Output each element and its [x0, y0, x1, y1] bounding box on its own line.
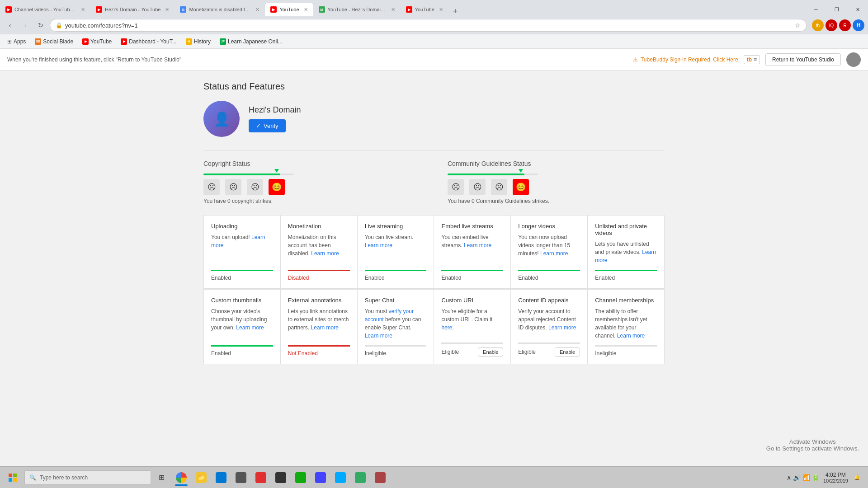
feature-superchat-title: Super Chat [365, 297, 427, 304]
bookmark-youtube[interactable]: ▶ YouTube [79, 38, 115, 46]
feature-uploading-status: Enabled [211, 270, 273, 281]
community-strike-active: 😊 [513, 179, 529, 195]
feature-thumbnails-title: Custom thumbnails [211, 297, 273, 304]
custom-url-enable-button[interactable]: Enable [478, 347, 503, 357]
community-strike-text: You have 0 Community Guidelines strikes. [448, 198, 665, 204]
community-strike-icons: ☹ ☹ ☹ 😊 [448, 179, 665, 195]
tubebuddy-menu[interactable]: tb ≡ [744, 55, 760, 64]
bookmark-japanese[interactable]: JP Learn Japanese Onli... [216, 38, 286, 46]
feature-uploading-title: Uploading [211, 223, 273, 230]
tab-youtube-6[interactable]: ▶ YouTube ✕ [401, 3, 448, 16]
tab-yt-domain-google[interactable]: M YouTube - Hezi's Domain - Goo... ✕ [313, 3, 401, 16]
uploading-learn-more[interactable]: Learn more [211, 234, 265, 249]
feature-annotations-title: External annotations [288, 297, 350, 304]
feature-live-streaming: Live streaming You can live stream. Lear… [358, 216, 434, 288]
memberships-learn-more[interactable]: Learn more [617, 333, 645, 339]
bookmarks-bar: ⊞ Apps SB Social Blade ▶ YouTube ▶ Dashb… [0, 34, 868, 49]
feature-uploading-desc: You can upload! Learn more [211, 233, 273, 264]
unlisted-private-learn-more[interactable]: Learn more [595, 249, 656, 263]
tubebuddy-alert[interactable]: ⚠ TubeBuddy Sign-in Required, Click Here [633, 56, 738, 63]
top-bar-right: ⚠ TubeBuddy Sign-in Required, Click Here… [633, 52, 861, 67]
main-content: Status and Features 👤 Hezi's Domain ✓ Ve… [194, 70, 674, 375]
monetization-learn-more[interactable]: Learn more [311, 250, 339, 257]
ext-icon-1[interactable]: tb [812, 19, 824, 31]
feature-unlisted-private-status: Enabled [595, 270, 657, 281]
minimize-button[interactable]: ─ [806, 3, 826, 16]
ext-icon-3[interactable]: R [839, 19, 851, 31]
feature-monetization-desc: Monetization on this account has been di… [288, 233, 350, 264]
bookmark-dashboard[interactable]: ▶ Dashboard - YouT... [117, 38, 180, 46]
feature-custom-url: Custom URL You're eligible for a custom … [434, 290, 510, 364]
copyright-status-block: Copyright Status ☹ ☹ ☹ 😊 You [203, 160, 420, 204]
tubebuddy-menu-icon: ≡ [754, 56, 757, 63]
lock-icon: 🔒 [56, 22, 62, 28]
page-title: Status and Features [203, 81, 665, 92]
community-meter [448, 174, 665, 175]
bookmark-socialblade[interactable]: SB Social Blade [31, 38, 77, 46]
tubebuddy-logo: tb [747, 56, 752, 63]
tab-close-1[interactable]: ✕ [81, 7, 85, 13]
tubebuddy-text: TubeBuddy Sign-in Required, Click Here [641, 56, 738, 63]
feature-thumbnails-status: Enabled [211, 345, 273, 357]
copyright-strike-2: ☹ [225, 179, 241, 195]
community-progress-fill [448, 174, 524, 175]
feature-unlisted-private-title: Unlisted and private videos [595, 223, 657, 236]
features-grid-row2: Custom thumbnails Choose your video's th… [203, 289, 665, 364]
longer-videos-learn-more[interactable]: Learn more [540, 250, 568, 257]
return-to-studio-button[interactable]: Return to YouTube Studio [765, 53, 841, 66]
chrome-profile-icon[interactable]: H [853, 19, 864, 31]
forward-button[interactable]: › [19, 19, 32, 32]
feature-embed-streams-desc: You can embed live streams. Learn more [441, 233, 503, 264]
youtube-top-bar: When you're finished using this feature,… [0, 49, 868, 70]
tab-youtube-active[interactable]: ▶ YouTube ✕ [265, 3, 313, 16]
bookmark-apps[interactable]: ⊞ Apps [4, 38, 29, 46]
tab-close-2[interactable]: ✕ [165, 7, 169, 13]
features-grid-row1: Uploading You can upload! Learn more Ena… [203, 215, 665, 289]
content-id-learn-more[interactable]: Learn more [548, 324, 576, 331]
tab-close-6[interactable]: ✕ [439, 7, 443, 13]
tab-label-3: Monetization is disabled for my... [189, 7, 251, 12]
address-field[interactable]: 🔒 youtube.com/features?nv=1 ☆ [50, 19, 807, 32]
feature-custom-url-desc: You're eligible for a custom URL. Claim … [441, 307, 503, 337]
feature-live-streaming-status: Enabled [365, 270, 427, 281]
custom-url-status-row: Eligible Enable [441, 347, 503, 357]
close-button[interactable]: ✕ [847, 3, 868, 16]
new-tab-button[interactable]: + [448, 7, 462, 16]
tab-channel-videos[interactable]: ▶ Channel videos - YouTube Studio ✕ [0, 3, 90, 16]
tab-monetization[interactable]: G Monetization is disabled for my... ✕ [175, 3, 265, 16]
extension-icons: tb IQ R H [812, 19, 864, 31]
feature-superchat-desc: You must verify your account before you … [365, 307, 427, 340]
content-id-enable-button[interactable]: Enable [555, 347, 580, 357]
reload-button[interactable]: ↻ [34, 19, 47, 32]
tab-hezi-domain[interactable]: ▶ Hezi's Domain - YouTube ✕ [90, 3, 175, 16]
user-avatar[interactable] [846, 52, 861, 67]
content-id-status-row: Eligible Enable [518, 347, 580, 357]
tab-favicon-5: M [319, 6, 325, 13]
restore-button[interactable]: ❐ [826, 3, 847, 16]
youtube-favicon-bm: ▶ [82, 38, 89, 45]
bookmark-star-icon[interactable]: ☆ [795, 22, 801, 29]
tab-close-3[interactable]: ✕ [255, 7, 259, 13]
tab-close-4[interactable]: ✕ [304, 7, 308, 13]
custom-url-here-link[interactable]: here [441, 324, 452, 331]
socialblade-favicon: SB [35, 38, 41, 45]
thumbnails-learn-more[interactable]: Learn more [236, 324, 264, 331]
superchat-learn-more[interactable]: Learn more [365, 333, 392, 339]
ext-icon-2[interactable]: IQ [826, 19, 837, 31]
live-streaming-learn-more[interactable]: Learn more [365, 242, 392, 249]
superchat-verify-link[interactable]: verify your account [365, 308, 414, 323]
feature-embed-streams-title: Embed live streams [441, 223, 503, 230]
embed-streams-learn-more[interactable]: Learn more [464, 242, 491, 249]
back-button[interactable]: ‹ [4, 19, 16, 32]
feature-longer-videos: Longer videos You can now upload videos … [511, 216, 587, 288]
feature-content-id: Content ID appeals Verify your account t… [511, 290, 587, 364]
tab-close-5[interactable]: ✕ [391, 7, 395, 13]
verify-button[interactable]: ✓ Verify [249, 119, 286, 132]
bookmark-history[interactable]: H History [182, 38, 214, 46]
tab-label-6: YouTube [415, 7, 434, 12]
browser-chrome: ▶ Channel videos - YouTube Studio ✕ ▶ He… [0, 0, 868, 49]
feature-content-id-status: Eligible Enable [518, 343, 580, 357]
feature-thumbnails-desc: Choose your video's thumbnail by uploadi… [211, 307, 273, 340]
verify-label: Verify [264, 122, 278, 129]
annotations-learn-more[interactable]: Learn more [311, 324, 339, 331]
